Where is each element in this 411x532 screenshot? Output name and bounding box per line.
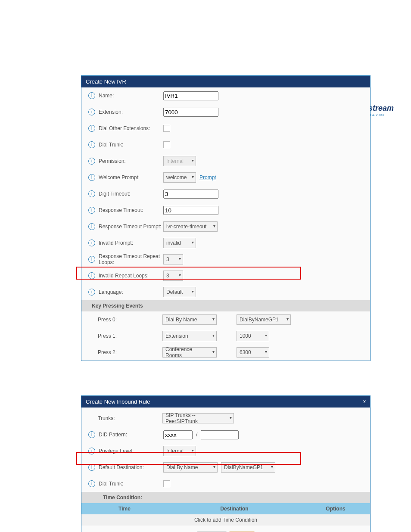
time-condition-table: Time Destination Options Click to add Ti… xyxy=(81,503,370,526)
digit-timeout-label: Digit Timeout: xyxy=(99,191,163,197)
key-events-header: Key Pressing Events xyxy=(81,300,370,311)
add-time-condition-link[interactable]: Click to add Time Condition xyxy=(81,514,370,526)
press-0-label: Press 0: xyxy=(98,317,162,323)
info-icon[interactable]: i xyxy=(88,289,95,296)
create-ivr-panel: Create New IVR i Name: i Extension: i Di… xyxy=(81,75,371,361)
dial-other-ext-label: Dial Other Extensions: xyxy=(99,125,163,131)
did-pattern-input-1[interactable] xyxy=(163,430,193,439)
name-label: Name: xyxy=(99,93,163,99)
language-label: Language: xyxy=(99,289,163,295)
info-icon[interactable]: i xyxy=(88,92,95,99)
press-0-target-select[interactable]: DialByNameGP1 xyxy=(237,314,291,325)
press-0-action-select[interactable]: Dial By Name xyxy=(162,314,217,325)
did-pattern-sep: / xyxy=(196,432,197,438)
info-icon[interactable]: i xyxy=(88,431,95,438)
panel-title: Create New Inbound Rule x xyxy=(81,396,370,408)
name-input[interactable] xyxy=(163,91,218,100)
did-pattern-input-2[interactable] xyxy=(201,430,239,439)
dial-other-ext-checkbox[interactable] xyxy=(163,125,170,132)
info-icon[interactable]: i xyxy=(88,240,95,246)
close-icon[interactable]: x xyxy=(363,398,366,404)
tc-col-time: Time xyxy=(81,506,168,512)
extension-input[interactable] xyxy=(163,108,218,117)
info-icon[interactable]: i xyxy=(88,448,95,454)
default-dest-target-select[interactable]: DialByNameGP1 xyxy=(221,462,275,473)
info-icon[interactable]: i xyxy=(88,207,95,214)
create-inbound-rule-panel: Create New Inbound Rule x Trunks: SIP Tr… xyxy=(81,395,371,532)
info-icon[interactable]: i xyxy=(88,158,95,165)
invalid-loops-select[interactable]: 3 xyxy=(163,271,183,281)
privilege-label: Privilege Level: xyxy=(99,448,163,454)
prompt-link[interactable]: Prompt xyxy=(199,174,216,180)
resp-to-loops-label: Response Timeout Repeat Loops: xyxy=(99,253,163,265)
privilege-select[interactable]: Internal xyxy=(163,446,196,456)
resp-to-loops-select[interactable]: 3 xyxy=(163,254,183,264)
dial-trunk-label: Dial Trunk: xyxy=(99,481,163,487)
press-2-target-select[interactable]: 6300 xyxy=(237,347,269,358)
welcome-prompt-select[interactable]: welcome xyxy=(163,172,196,183)
press-1-action-select[interactable]: Extension xyxy=(162,331,217,341)
language-select[interactable]: Default xyxy=(163,287,196,297)
info-icon[interactable]: i xyxy=(88,125,95,132)
info-icon[interactable]: i xyxy=(88,464,95,471)
resp-to-prompt-label: Response Timeout Prompt: xyxy=(99,224,163,230)
trunks-label: Trunks: xyxy=(98,415,162,421)
info-icon[interactable]: i xyxy=(88,272,95,279)
permission-label: Permission: xyxy=(99,158,163,164)
panel-title: Create New IVR xyxy=(81,76,370,87)
did-pattern-label: DID Pattern: xyxy=(99,432,163,438)
extension-label: Extension: xyxy=(99,109,163,115)
default-dest-action-select[interactable]: Dial By Name xyxy=(163,462,218,473)
welcome-prompt-label: Welcome Prompt: xyxy=(99,174,163,180)
invalid-prompt-select[interactable]: invalid xyxy=(163,238,196,248)
dial-trunk-checkbox[interactable] xyxy=(163,141,170,148)
default-dest-label: Default Destination: xyxy=(99,464,163,470)
digit-timeout-input[interactable] xyxy=(163,190,218,199)
time-condition-header: Time Condition: xyxy=(81,492,370,503)
info-icon[interactable]: i xyxy=(88,174,95,181)
press-2-action-select[interactable]: Conference Rooms xyxy=(162,347,217,358)
press-2-label: Press 2: xyxy=(98,349,162,355)
permission-select: Internal xyxy=(163,156,196,166)
info-icon[interactable]: i xyxy=(88,256,95,263)
resp-to-prompt-select[interactable]: ivr-create-timeout xyxy=(163,221,218,232)
info-icon[interactable]: i xyxy=(88,109,95,115)
info-icon[interactable]: i xyxy=(88,190,95,197)
response-timeout-label: Response Timeout: xyxy=(99,207,163,213)
info-icon[interactable]: i xyxy=(88,223,95,230)
info-icon[interactable]: i xyxy=(88,480,95,487)
invalid-loops-label: Invalid Repeat Loops: xyxy=(99,273,163,279)
dial-trunk-label: Dial Trunk: xyxy=(99,142,163,148)
invalid-prompt-label: Invalid Prompt: xyxy=(99,240,163,246)
tc-col-options: Options xyxy=(301,506,370,512)
response-timeout-input[interactable] xyxy=(163,206,218,215)
press-1-label: Press 1: xyxy=(98,333,162,339)
trunks-select[interactable]: SIP Trunks -- PeerSIPTrunk xyxy=(162,413,234,423)
press-1-target-select[interactable]: 1000 xyxy=(237,331,269,341)
tc-col-destination: Destination xyxy=(168,506,301,512)
info-icon[interactable]: i xyxy=(88,141,95,148)
dial-trunk-checkbox[interactable] xyxy=(163,480,170,487)
